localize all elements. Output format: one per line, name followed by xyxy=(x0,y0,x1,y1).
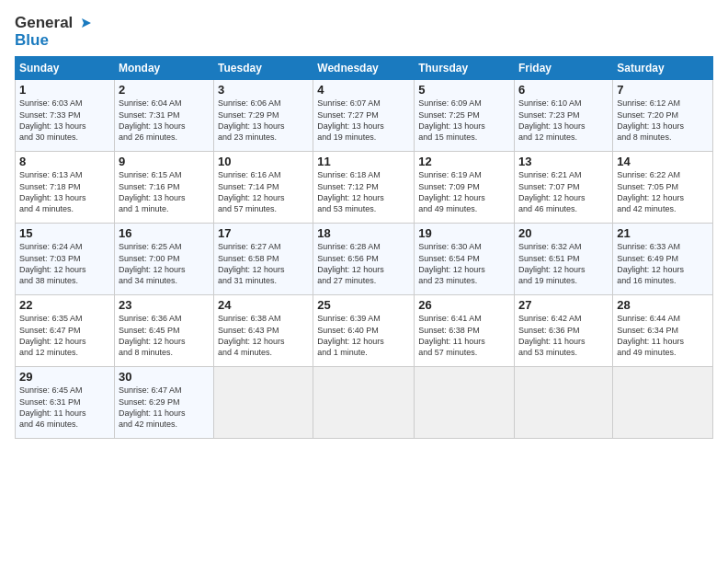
day-info: Sunrise: 6:45 AM Sunset: 6:31 PM Dayligh… xyxy=(19,385,110,430)
day-cell: 17Sunrise: 6:27 AM Sunset: 6:58 PM Dayli… xyxy=(214,224,313,295)
day-info: Sunrise: 6:03 AM Sunset: 7:33 PM Dayligh… xyxy=(19,98,110,143)
day-info: Sunrise: 6:38 AM Sunset: 6:43 PM Dayligh… xyxy=(218,313,309,358)
day-number: 29 xyxy=(19,370,110,384)
day-cell: 1Sunrise: 6:03 AM Sunset: 7:33 PM Daylig… xyxy=(16,80,115,152)
day-cell: 15Sunrise: 6:24 AM Sunset: 7:03 PM Dayli… xyxy=(16,224,115,295)
day-number: 11 xyxy=(317,155,410,168)
day-number: 14 xyxy=(617,155,709,168)
day-cell: 9Sunrise: 6:15 AM Sunset: 7:16 PM Daylig… xyxy=(114,152,213,224)
day-number: 17 xyxy=(218,226,309,240)
logo-blue: Blue xyxy=(15,32,49,50)
day-cell: 8Sunrise: 6:13 AM Sunset: 7:18 PM Daylig… xyxy=(16,152,115,224)
week-row-3: 15Sunrise: 6:24 AM Sunset: 7:03 PM Dayli… xyxy=(16,224,713,295)
day-number: 1 xyxy=(19,83,110,97)
day-info: Sunrise: 6:13 AM Sunset: 7:18 PM Dayligh… xyxy=(19,169,110,214)
logo-bird-icon xyxy=(74,17,91,29)
day-info: Sunrise: 6:30 AM Sunset: 6:54 PM Dayligh… xyxy=(418,241,510,286)
day-cell: 3Sunrise: 6:06 AM Sunset: 7:29 PM Daylig… xyxy=(214,80,313,152)
day-info: Sunrise: 6:19 AM Sunset: 7:09 PM Dayligh… xyxy=(418,169,510,214)
calendar-table: SundayMondayTuesdayWednesdayThursdayFrid… xyxy=(15,56,713,439)
day-info: Sunrise: 6:41 AM Sunset: 6:38 PM Dayligh… xyxy=(418,313,510,358)
day-cell: 2Sunrise: 6:04 AM Sunset: 7:31 PM Daylig… xyxy=(114,80,213,152)
day-info: Sunrise: 6:16 AM Sunset: 7:14 PM Dayligh… xyxy=(218,169,309,214)
day-number: 16 xyxy=(119,226,210,240)
day-number: 21 xyxy=(617,226,709,240)
day-cell: 21Sunrise: 6:33 AM Sunset: 6:49 PM Dayli… xyxy=(613,224,713,295)
day-info: Sunrise: 6:27 AM Sunset: 6:58 PM Dayligh… xyxy=(218,241,309,286)
day-number: 13 xyxy=(518,155,609,168)
day-number: 3 xyxy=(218,83,309,97)
day-cell: 6Sunrise: 6:10 AM Sunset: 7:23 PM Daylig… xyxy=(515,80,613,152)
day-info: Sunrise: 6:25 AM Sunset: 7:00 PM Dayligh… xyxy=(119,241,210,286)
day-info: Sunrise: 6:21 AM Sunset: 7:07 PM Dayligh… xyxy=(518,169,609,214)
day-cell: 19Sunrise: 6:30 AM Sunset: 6:54 PM Dayli… xyxy=(415,224,515,295)
svg-marker-0 xyxy=(82,18,91,28)
day-info: Sunrise: 6:04 AM Sunset: 7:31 PM Dayligh… xyxy=(119,98,210,143)
day-number: 8 xyxy=(19,155,110,168)
day-cell: 12Sunrise: 6:19 AM Sunset: 7:09 PM Dayli… xyxy=(415,152,515,224)
logo-general: General xyxy=(15,15,73,32)
day-cell: 20Sunrise: 6:32 AM Sunset: 6:51 PM Dayli… xyxy=(515,224,613,295)
day-cell: 4Sunrise: 6:07 AM Sunset: 7:27 PM Daylig… xyxy=(313,80,415,152)
day-number: 19 xyxy=(418,226,510,240)
weekday-header-saturday: Saturday xyxy=(613,57,713,80)
day-cell: 23Sunrise: 6:36 AM Sunset: 6:45 PM Dayli… xyxy=(114,295,213,367)
page: General Blue SundayMondayTuesdayWednesda… xyxy=(0,0,728,563)
day-info: Sunrise: 6:07 AM Sunset: 7:27 PM Dayligh… xyxy=(317,98,410,143)
day-cell: 10Sunrise: 6:16 AM Sunset: 7:14 PM Dayli… xyxy=(214,152,313,224)
day-cell: 22Sunrise: 6:35 AM Sunset: 6:47 PM Dayli… xyxy=(16,295,115,367)
day-cell: 24Sunrise: 6:38 AM Sunset: 6:43 PM Dayli… xyxy=(214,295,313,367)
day-cell: 7Sunrise: 6:12 AM Sunset: 7:20 PM Daylig… xyxy=(613,80,713,152)
day-number: 24 xyxy=(218,298,309,312)
day-info: Sunrise: 6:39 AM Sunset: 6:40 PM Dayligh… xyxy=(317,313,410,358)
day-cell xyxy=(415,367,515,439)
day-cell: 16Sunrise: 6:25 AM Sunset: 7:00 PM Dayli… xyxy=(114,224,213,295)
weekday-header-wednesday: Wednesday xyxy=(313,57,415,80)
day-cell: 14Sunrise: 6:22 AM Sunset: 7:05 PM Dayli… xyxy=(613,152,713,224)
day-info: Sunrise: 6:18 AM Sunset: 7:12 PM Dayligh… xyxy=(317,169,410,214)
day-cell xyxy=(613,367,713,439)
day-cell: 13Sunrise: 6:21 AM Sunset: 7:07 PM Dayli… xyxy=(515,152,613,224)
day-info: Sunrise: 6:33 AM Sunset: 6:49 PM Dayligh… xyxy=(617,241,709,286)
day-info: Sunrise: 6:12 AM Sunset: 7:20 PM Dayligh… xyxy=(617,98,709,143)
weekday-header-thursday: Thursday xyxy=(415,57,515,80)
weekday-header-monday: Monday xyxy=(114,57,213,80)
day-info: Sunrise: 6:06 AM Sunset: 7:29 PM Dayligh… xyxy=(218,98,309,143)
day-info: Sunrise: 6:32 AM Sunset: 6:51 PM Dayligh… xyxy=(518,241,609,286)
day-info: Sunrise: 6:15 AM Sunset: 7:16 PM Dayligh… xyxy=(119,169,210,214)
header: General Blue xyxy=(15,11,713,49)
day-cell: 11Sunrise: 6:18 AM Sunset: 7:12 PM Dayli… xyxy=(313,152,415,224)
day-number: 26 xyxy=(418,298,510,312)
day-info: Sunrise: 6:10 AM Sunset: 7:23 PM Dayligh… xyxy=(518,98,609,143)
day-info: Sunrise: 6:22 AM Sunset: 7:05 PM Dayligh… xyxy=(617,169,709,214)
day-number: 30 xyxy=(119,370,210,384)
day-cell: 27Sunrise: 6:42 AM Sunset: 6:36 PM Dayli… xyxy=(515,295,613,367)
day-info: Sunrise: 6:44 AM Sunset: 6:34 PM Dayligh… xyxy=(617,313,709,358)
day-number: 25 xyxy=(317,298,410,312)
day-cell: 18Sunrise: 6:28 AM Sunset: 6:56 PM Dayli… xyxy=(313,224,415,295)
day-info: Sunrise: 6:24 AM Sunset: 7:03 PM Dayligh… xyxy=(19,241,110,286)
day-number: 18 xyxy=(317,226,410,240)
day-number: 6 xyxy=(518,83,609,97)
day-info: Sunrise: 6:35 AM Sunset: 6:47 PM Dayligh… xyxy=(19,313,110,358)
day-info: Sunrise: 6:42 AM Sunset: 6:36 PM Dayligh… xyxy=(518,313,609,358)
weekday-header-tuesday: Tuesday xyxy=(214,57,313,80)
day-number: 27 xyxy=(518,298,609,312)
weekday-header-friday: Friday xyxy=(515,57,613,80)
day-number: 28 xyxy=(617,298,709,312)
day-number: 12 xyxy=(418,155,510,168)
day-number: 20 xyxy=(518,226,609,240)
day-number: 23 xyxy=(119,298,210,312)
day-info: Sunrise: 6:36 AM Sunset: 6:45 PM Dayligh… xyxy=(119,313,210,358)
day-number: 9 xyxy=(119,155,210,168)
week-row-2: 8Sunrise: 6:13 AM Sunset: 7:18 PM Daylig… xyxy=(16,152,713,224)
day-info: Sunrise: 6:47 AM Sunset: 6:29 PM Dayligh… xyxy=(119,385,210,430)
day-cell: 26Sunrise: 6:41 AM Sunset: 6:38 PM Dayli… xyxy=(415,295,515,367)
day-cell xyxy=(313,367,415,439)
day-cell xyxy=(214,367,313,439)
day-cell: 29Sunrise: 6:45 AM Sunset: 6:31 PM Dayli… xyxy=(16,367,115,439)
day-number: 10 xyxy=(218,155,309,168)
weekday-header-row: SundayMondayTuesdayWednesdayThursdayFrid… xyxy=(16,57,713,80)
day-cell: 30Sunrise: 6:47 AM Sunset: 6:29 PM Dayli… xyxy=(114,367,213,439)
day-number: 4 xyxy=(317,83,410,97)
